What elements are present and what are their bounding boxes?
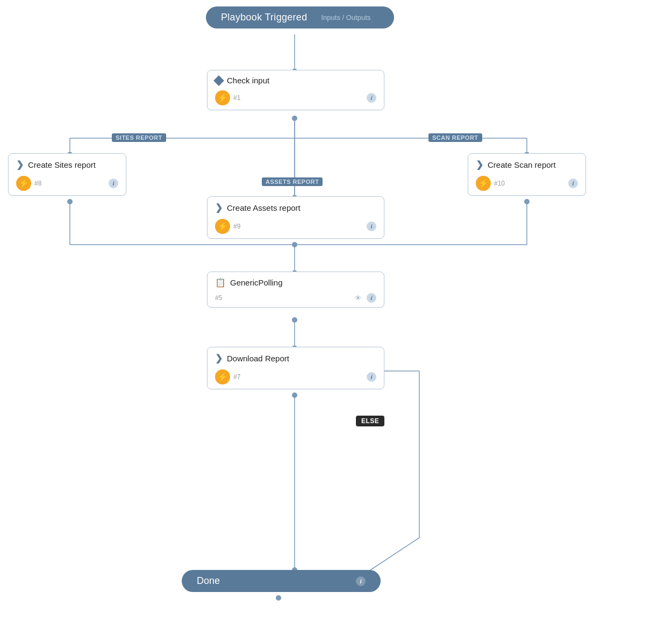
else-label: ELSE: [356, 416, 384, 426]
svg-point-35: [276, 595, 281, 601]
lightning-badge: ⚡: [215, 90, 230, 105]
info-icon[interactable]: i: [367, 293, 376, 303]
lightning-badge: ⚡: [215, 219, 230, 234]
assets-report-label: ASSETS REPORT: [262, 177, 323, 186]
info-icon[interactable]: i: [367, 93, 376, 103]
create-assets-report-node[interactable]: ❯ Create Assets report ⚡ #9 i: [207, 196, 384, 239]
doc-icon: 📋: [215, 277, 226, 288]
create-scan-report-node[interactable]: ❯ Create Scan report ⚡ #10 i: [468, 153, 586, 196]
arrow-icon: ❯: [16, 159, 24, 170]
create-scan-title: ❯ Create Scan report: [476, 159, 578, 170]
trigger-title: Playbook Triggered: [221, 12, 308, 23]
info-icon[interactable]: i: [109, 179, 118, 188]
arrow-icon: ❯: [215, 202, 223, 213]
create-assets-title: ❯ Create Assets report: [215, 202, 376, 213]
check-input-footer: ⚡ #1 i: [215, 90, 376, 105]
download-footer: ⚡ #7 i: [215, 369, 376, 384]
polling-title: 📋 GenericPolling: [215, 277, 376, 288]
scan-footer: ⚡ #10 i: [476, 176, 578, 191]
scan-report-label: SCAN REPORT: [428, 133, 482, 142]
create-sites-title: ❯ Create Sites report: [16, 159, 118, 170]
sites-report-label: SITES REPORT: [112, 133, 166, 142]
info-icon[interactable]: i: [367, 222, 376, 231]
lightning-badge: ⚡: [215, 369, 230, 384]
svg-point-30: [292, 317, 297, 323]
node-num: #1: [233, 94, 240, 102]
diamond-icon: [213, 75, 224, 86]
info-icon[interactable]: i: [568, 179, 578, 188]
polling-footer: #5 👁 i: [215, 293, 376, 303]
done-info-icon[interactable]: i: [356, 576, 366, 586]
svg-point-29: [292, 242, 297, 247]
trigger-node[interactable]: Playbook Triggered Inputs / Outputs: [206, 6, 394, 28]
arrow-icon: ❯: [476, 159, 483, 170]
create-sites-report-node[interactable]: ❯ Create Sites report ⚡ #8 i: [8, 153, 126, 196]
done-node[interactable]: Done i: [182, 570, 381, 592]
generic-polling-node[interactable]: 📋 GenericPolling #5 👁 i: [207, 272, 384, 308]
svg-point-33: [67, 199, 73, 204]
svg-point-31: [292, 393, 297, 398]
eye-icon: 👁: [355, 294, 362, 302]
svg-point-28: [292, 116, 297, 121]
assets-footer: ⚡ #9 i: [215, 219, 376, 234]
sites-footer: ⚡ #8 i: [16, 176, 118, 191]
trigger-io-label: Inputs / Outputs: [321, 13, 371, 22]
svg-point-34: [524, 199, 530, 204]
lightning-badge: ⚡: [476, 176, 491, 191]
check-input-title: Check input: [215, 76, 376, 85]
check-input-node[interactable]: Check input ⚡ #1 i: [207, 70, 384, 110]
arrow-icon: ❯: [215, 353, 223, 364]
info-icon[interactable]: i: [367, 372, 376, 382]
download-report-node[interactable]: ❯ Download Report ⚡ #7 i: [207, 347, 384, 389]
done-title: Done: [197, 575, 220, 587]
lightning-badge: ⚡: [16, 176, 31, 191]
download-title: ❯ Download Report: [215, 353, 376, 364]
